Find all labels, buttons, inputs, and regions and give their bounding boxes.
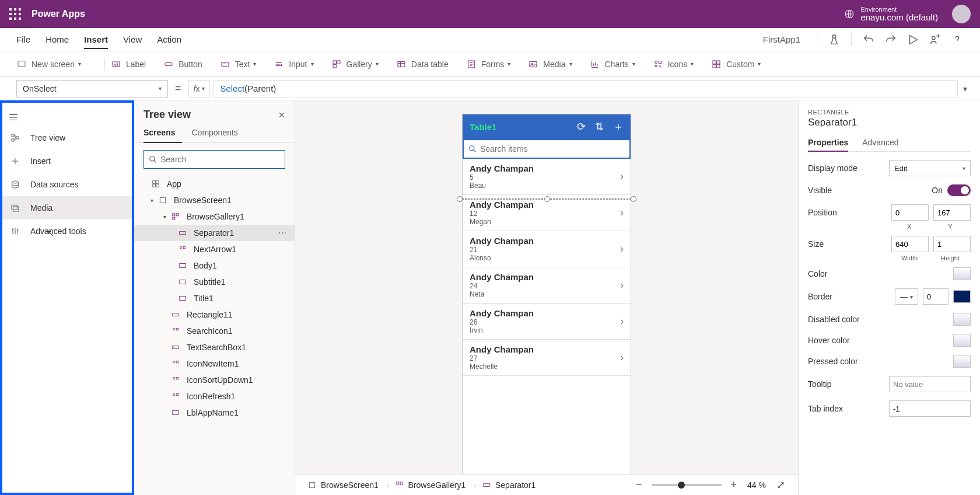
zoom-out-button[interactable]: − [631,479,647,491]
gallery-item[interactable]: Andy Champan21Alonso› [463,231,631,267]
property-dropdown[interactable]: OnSelect ▾ [16,80,168,97]
zoom-slider[interactable] [652,484,722,486]
help-icon[interactable] [951,33,964,46]
formula-expand-icon[interactable]: ▾ [958,84,972,93]
rail-data-sources[interactable]: Data sources [2,173,132,196]
display-mode-dropdown[interactable]: Edit▾ [889,160,971,176]
sort-icon[interactable]: ⇅ [595,120,604,133]
tree-node-subtitle[interactable]: Subtitle1 [134,274,295,290]
border-color-swatch[interactable] [953,290,971,303]
position-y-input[interactable] [933,204,971,221]
tabindex-input[interactable] [889,400,971,417]
disabled-color-swatch[interactable] [953,313,971,326]
formula-input[interactable]: Select(Parent) [214,80,958,97]
hover-color-swatch[interactable] [953,334,971,347]
menu-insert[interactable]: Insert [84,34,108,49]
close-icon[interactable]: ✕ [278,110,285,120]
ribbon-datatable[interactable]: Data table [396,59,449,69]
menu-view[interactable]: View [123,34,142,44]
tree-node-body[interactable]: Body1 [134,257,295,274]
border-style-dropdown[interactable]: —▾ [895,288,918,305]
menu-action[interactable]: Action [157,34,181,44]
chevron-right-icon[interactable]: › [620,351,624,364]
refresh-icon[interactable]: ⟳ [577,120,586,133]
tree-node-rectangle[interactable]: Rectangle11 [134,306,295,323]
ribbon-icons[interactable]: Icons▾ [653,59,694,69]
tab-advanced[interactable]: Advanced [862,134,898,151]
hamburger-icon[interactable] [2,109,132,126]
menu-file[interactable]: File [16,34,30,44]
tree-node-browsegallery[interactable]: ▾BrowseGallery1 [134,208,295,225]
tree-node-iconrefresh[interactable]: IconRefresh1 [134,388,295,405]
ribbon-gallery[interactable]: Gallery▾ [331,59,379,69]
tree-search[interactable] [144,150,285,169]
avatar[interactable] [952,5,971,23]
crumb-screen[interactable]: BrowseScreen1 [303,478,383,492]
chevron-right-icon[interactable]: › [620,170,624,183]
tree-node-separator[interactable]: Separator1⋯ [134,225,295,241]
more-icon[interactable]: ⋯ [275,228,290,238]
design-canvas[interactable]: Table1 ⟳ ⇅ ＋ Andy Champan5Beau›Andy Cham… [295,100,798,474]
app-checker-icon[interactable] [828,33,841,46]
share-icon[interactable] [929,33,942,46]
chevron-right-icon[interactable]: › [620,279,624,291]
tree-node-app[interactable]: App [134,176,295,192]
play-icon[interactable] [907,33,919,46]
pressed-color-swatch[interactable] [953,355,971,368]
chevron-right-icon[interactable]: › [620,207,624,219]
tab-properties[interactable]: Properties [808,134,848,152]
tree-node-iconsort[interactable]: IconSortUpDown1 [134,372,295,388]
tree-node-title[interactable]: Title1 [134,290,295,306]
border-width-input[interactable] [923,288,949,305]
chevron-right-icon[interactable]: › [620,315,624,327]
tree-node-lblapp[interactable]: LblAppName1 [134,405,295,421]
gallery-item[interactable]: Andy Champan24Neta› [463,267,631,304]
tree-search-input[interactable] [160,155,280,164]
fx-button[interactable]: fx▾ [188,80,211,97]
rail-insert[interactable]: Insert [2,149,132,173]
ribbon-charts[interactable]: Charts▾ [590,59,635,69]
undo-icon[interactable] [862,33,875,46]
rail-tree-view[interactable]: Tree view [2,126,132,149]
tree-node-textsearch[interactable]: TextSearchBox1 [134,339,295,355]
ribbon-custom[interactable]: Custom▾ [711,59,761,69]
tree-node-nextarrow[interactable]: NextArrow1 [134,241,295,257]
rail-media[interactable]: Media [2,196,132,219]
phone-search-input[interactable] [480,144,625,154]
redo-icon[interactable] [884,33,897,46]
zoom-in-button[interactable]: + [726,479,742,491]
ribbon-text[interactable]: Text▾ [220,59,257,69]
ribbon-input[interactable]: Input▾ [274,59,313,69]
color-swatch[interactable] [953,267,971,280]
chevron-right-icon[interactable]: › [620,243,624,255]
size-width-input[interactable] [891,236,929,252]
tab-components[interactable]: Components [191,123,244,142]
ribbon-media[interactable]: Media▾ [528,59,572,69]
size-height-input[interactable] [933,236,971,252]
environment-selector[interactable]: Environment enayu.com (default) [860,6,938,23]
tab-screens[interactable]: Screens [144,123,182,143]
gallery-item[interactable]: Andy Champan12Megan› [463,195,631,231]
ribbon-forms[interactable]: Forms▾ [466,59,511,69]
ribbon-button[interactable]: Button [163,59,202,69]
app-launcher-icon[interactable] [9,8,21,20]
add-icon[interactable]: ＋ [613,120,624,134]
tree-node-browsescreen[interactable]: ▾BrowseScreen1 [134,192,295,208]
menu-home[interactable]: Home [46,34,69,44]
rail-advanced-tools[interactable]: Advanced tools [2,219,132,243]
ribbon-new-screen[interactable]: New screen▾ [16,59,81,69]
tooltip-input[interactable] [889,376,971,392]
position-x-input[interactable] [891,204,929,221]
tree-node-iconnew[interactable]: IconNewItem1 [134,355,295,372]
chevron-down-icon: ▾ [159,85,162,92]
gallery-item[interactable]: Andy Champan27Mechelle› [463,340,631,376]
crumb-gallery[interactable]: BrowseGallery1 [391,478,471,492]
gallery-item[interactable]: Andy Champan5Beau› [463,159,631,195]
gallery-item[interactable]: Andy Champan26Irvin› [463,304,631,340]
crumb-separator[interactable]: Separator1 [478,478,540,492]
ribbon-label[interactable]: Label [111,59,146,69]
fit-icon[interactable]: ⤢ [772,479,790,491]
visible-toggle[interactable] [947,184,971,196]
phone-search[interactable] [463,139,631,159]
tree-node-searchicon[interactable]: SearchIcon1 [134,323,295,339]
